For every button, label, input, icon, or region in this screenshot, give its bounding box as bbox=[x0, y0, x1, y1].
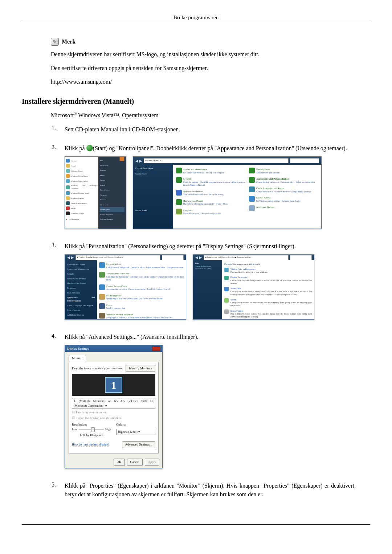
resolution-value: 1280 by 1024 pixels bbox=[72, 433, 111, 438]
page-header: Bruke programvaren bbox=[22, 15, 370, 23]
note-block: ✎ Merk Denne skjermdriveren har sertifis… bbox=[51, 38, 356, 86]
step-num: 3. bbox=[47, 242, 56, 326]
help-link[interactable]: How do I get the best display? bbox=[72, 442, 109, 447]
drag-prompt: Drag the icons to match your monitors. bbox=[72, 366, 123, 371]
startmenu-left: Internet E-mail Welcome Center Windows M… bbox=[65, 157, 98, 229]
step-1: 1. Sett CD-platen Manual inn i CD-ROM-st… bbox=[47, 125, 356, 138]
note-p1: Denne skjermdriveren har sertifisert MS-… bbox=[51, 50, 356, 59]
ok-button[interactable]: OK bbox=[114, 459, 125, 466]
cancel-button[interactable]: Cancel bbox=[127, 459, 143, 466]
note-url: http://www.samsung.com/ bbox=[51, 78, 356, 86]
dialog-titlebar: Display Settings bbox=[65, 345, 162, 352]
note-title-row: ✎ Merk bbox=[51, 38, 356, 46]
avatar bbox=[119, 156, 124, 161]
section-heading: Installere skjermdriveren (Manuelt) bbox=[22, 97, 370, 106]
monitor-1[interactable]: 1 bbox=[105, 377, 122, 393]
step-body: Klikk på "Advanced Settings..." (Avanser… bbox=[65, 333, 356, 475]
step-num: 4. bbox=[47, 333, 56, 475]
step-num: 2. bbox=[47, 144, 56, 235]
startmenu-right: user Documents Pictures Music Games Sear… bbox=[98, 157, 126, 229]
step-body: Klikk på "Properties" (Egenskaper) i ark… bbox=[65, 481, 356, 502]
step-2: 2. Klikk på (Start) og "Kontrollpanel". … bbox=[47, 144, 356, 235]
colors-label: Colors: bbox=[116, 422, 155, 427]
apply-button[interactable]: Apply bbox=[145, 459, 160, 466]
colors-select[interactable]: Highest (32 bit) ▾ bbox=[116, 429, 155, 435]
screenshot-control-panel: ◀ ▶ ▸ Control Panel ▸ Control Panel Home… bbox=[133, 156, 322, 229]
step-body: Klikk på (Start) og "Kontrollpanel". Dob… bbox=[65, 144, 356, 235]
note-body: Denne skjermdriveren har sertifisert MS-… bbox=[51, 50, 356, 86]
steps-list: 1. Sett CD-platen Manual inn i CD-ROM-st… bbox=[47, 125, 356, 502]
screenshot-personalization: ◀ ▶ ▸ Appearance and Personalization ▸ P… bbox=[193, 254, 314, 320]
step-body: Klikk på "Personalization" (Personaliser… bbox=[65, 242, 356, 326]
monitor-preview: 1 bbox=[72, 374, 155, 396]
tab-monitor[interactable]: Monitor bbox=[69, 355, 86, 362]
header-title: Bruke programvaren bbox=[173, 15, 219, 20]
step-4: 4. Klikk på "Advanced Settings..." (Avan… bbox=[47, 333, 356, 475]
note-p2: Den sertifiserte driveren oppgis på nett… bbox=[51, 64, 356, 73]
dialog-title: Display Settings bbox=[67, 346, 89, 352]
step-3: 3. Klikk på "Personalization" (Personali… bbox=[47, 242, 356, 326]
step-num: 1. bbox=[47, 125, 56, 138]
monitor-select[interactable]: 1. (Multiple Monitors) on NVIDIA GeForce… bbox=[72, 398, 155, 409]
step-body: Sett CD-platen Manual inn i CD-ROM-stasj… bbox=[65, 125, 356, 138]
os-line: Microsoft® Windows Vista™, Operativsyste… bbox=[51, 111, 370, 119]
note-icon: ✎ bbox=[51, 38, 59, 46]
chk-extend[interactable]: ☑ Extend the desktop onto this monitor bbox=[72, 416, 155, 420]
step-num: 5. bbox=[47, 481, 56, 502]
advanced-button[interactable]: Advanced Settings... bbox=[122, 441, 156, 448]
page-footer bbox=[22, 524, 370, 528]
step-5: 5. Klikk på "Properties" (Egenskaper) i … bbox=[47, 481, 356, 502]
close-icon[interactable] bbox=[152, 346, 160, 351]
screenshot-start-menu: Internet E-mail Welcome Center Windows M… bbox=[65, 156, 126, 229]
screenshot-row: ◀ ▶ ▸ Control Panel ▸ Appearance and Per… bbox=[65, 254, 356, 320]
screenshot-display-settings: Display Settings Monitor Drag the icons … bbox=[65, 345, 163, 468]
resolution-slider[interactable] bbox=[79, 429, 104, 430]
chk-main[interactable]: ☑ This is my main monitor bbox=[72, 410, 155, 415]
start-icon bbox=[86, 145, 93, 151]
screenshot-row: Internet E-mail Welcome Center Windows M… bbox=[65, 156, 356, 229]
resolution-label: Resolution: bbox=[72, 422, 111, 427]
identify-button[interactable]: Identify Monitors bbox=[126, 365, 155, 372]
note-label: Merk bbox=[62, 38, 75, 45]
screenshot-appearance: ◀ ▶ ▸ Control Panel ▸ Appearance and Per… bbox=[65, 254, 186, 320]
